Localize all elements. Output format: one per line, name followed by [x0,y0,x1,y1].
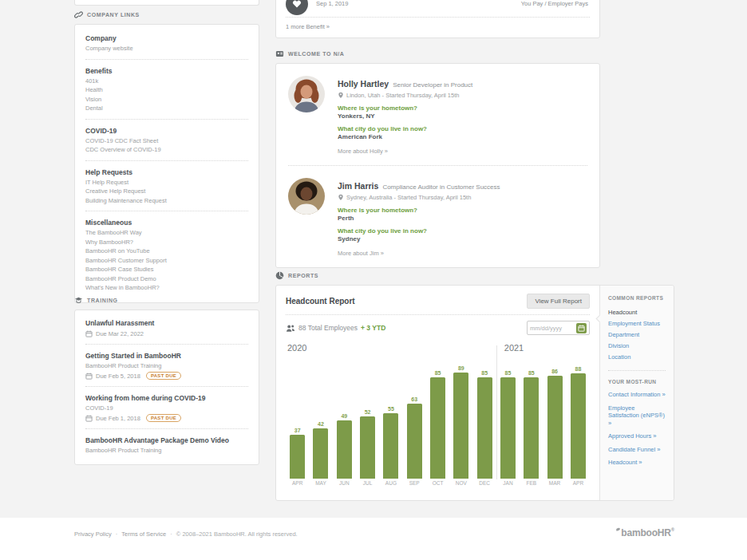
training-item-title[interactable]: Getting Started in BambooHR [85,351,248,361]
welcome-card: Holly HartleySenior Developer in Product… [275,63,600,268]
employee-avatar[interactable] [288,76,325,112]
employee-avatar[interactable] [288,178,325,215]
page: COMPANY LINKS CompanyCompany websiteBene… [0,0,747,560]
divider [85,428,248,429]
company-link[interactable]: The BambooHR Way [85,228,248,238]
company-link[interactable]: Company website [85,44,248,53]
employee-name[interactable]: Jim Harris [338,181,378,191]
bamboohr-logo: bambooHR® [616,527,674,538]
chart-months: APRMAYJUNJULAUGSEPOCTNOVDECJANFEBMARAPR [286,480,590,488]
x-axis-label: DEC [473,480,496,488]
employee-location: Lindon, Utah - Started Thursday, April 1… [338,92,472,99]
footer-text: Privacy Policy · Terms of Service · © 20… [74,530,298,538]
training-item-title[interactable]: Unlawful Harassment [85,318,248,329]
reports-card: Headcount Report View Full Report 88 Tot… [275,285,674,501]
employees-icon [286,324,295,333]
employee-name[interactable]: Holly Hartley [338,79,389,89]
employee-name-line: Jim HarrisCompliance Auditor in Customer… [338,178,500,192]
calendar-icon[interactable] [576,323,587,333]
training-due-date: Due Feb 1, 2018 [96,415,140,422]
x-axis-label: FEB [520,480,543,488]
footer-separator: · [170,530,172,538]
most-run-link[interactable]: Headcount » [608,459,666,467]
most-run-link[interactable]: Approved Hours » [608,432,666,440]
company-link[interactable]: COVID-19 CDC Fact Sheet [85,136,248,146]
more-benefits-link[interactable]: 1 more Benefit » [286,23,330,30]
chart-column: 37 [286,359,309,479]
company-link[interactable]: Why BambooHR? [85,238,248,247]
training-item: Working from home during COVID-19COVID-1… [85,393,248,422]
x-axis-label: SEP [403,480,426,488]
company-link[interactable]: Building Maintenance Request [85,196,248,206]
bar-value-label: 42 [318,421,324,427]
calendar-icon [85,330,93,337]
common-report-link[interactable]: Headcount [608,307,666,318]
company-link[interactable]: BambooHR Product Demo [85,274,248,284]
divider [608,370,666,371]
year-label-2020: 2020 [287,343,306,353]
company-link[interactable]: Creative Help Request [85,187,248,196]
company-link[interactable]: BambooHR Customer Support [85,256,248,266]
date-input[interactable] [530,325,576,332]
chart-bar [430,377,445,479]
common-report-link[interactable]: Division [608,341,666,352]
company-link[interactable]: Health [85,85,248,95]
benefit-card: Sep 1, 2019 You Pay / Employer Pays 1 mo… [275,0,600,38]
chart-bar [360,416,375,479]
common-report-link[interactable]: Location [608,352,666,363]
view-full-report-button[interactable]: View Full Report [527,294,590,309]
training-item: Getting Started in BambooHRBambooHR Prod… [85,351,248,380]
year-label-2021: 2021 [504,343,524,353]
chart-column: 63 [403,359,426,479]
company-link[interactable]: Dental [85,104,248,113]
terms-of-service-link[interactable]: Terms of Service [121,530,166,538]
past-due-badge: PAST DUE [146,414,181,422]
company-link[interactable]: IT Help Request [85,178,248,187]
training-item-title[interactable]: Working from home during COVID-19 [85,393,248,404]
bar-value-label: 52 [365,409,371,415]
graduation-cap-icon [74,296,83,305]
company-links-section-title: Benefits [85,65,248,77]
bar-value-label: 49 [341,413,347,419]
common-report-link[interactable]: Employment Status [608,318,666,329]
training-item: Unlawful HarassmentDue Mar 22, 2022 [85,318,248,337]
privacy-policy-link[interactable]: Privacy Policy [74,530,112,538]
employee-question: What city do you live in now? [338,227,500,235]
x-axis-label: JUN [333,480,356,488]
most-run-link[interactable]: Employee Satisfaction (eNPS®) » [608,404,666,428]
company-link[interactable]: BambooHR on YouTube [85,246,248,256]
reports-title: REPORTS [288,273,318,278]
employee-answer: Yonkers, NY [338,112,472,120]
leaf-icon [616,527,621,531]
company-links-section-title: Help Requests [85,167,248,178]
company-link[interactable]: What's New in BambooHR? [85,283,248,293]
most-run-link[interactable]: Contact Information » [608,391,666,399]
company-link[interactable]: CDC Overview of COVID-19 [85,145,248,155]
employee-row: Holly HartleySenior Developer in Product… [276,64,599,165]
past-due-badge: PAST DUE [146,372,181,380]
company-links-header: COMPANY LINKS [74,10,140,19]
date-picker[interactable] [527,321,590,335]
more-about-link[interactable]: More about Holly » [338,148,472,155]
bar-value-label: 37 [294,428,301,433]
chart-column: 85 [426,359,449,479]
training-item-title[interactable]: BambooHR Advantage Package Demo Video [85,436,248,446]
copyright-text: © 2008–2021 BambooHR. All rights reserve… [176,530,298,538]
report-card-title: Headcount Report [286,297,355,306]
chart-bar [453,373,468,479]
company-links-section-title: Company [85,33,248,44]
common-report-link[interactable]: Department [608,329,666,341]
employee-name-line: Holly HartleySenior Developer in Product [338,76,472,90]
training-item-subtitle: BambooHR Product Training [85,446,248,455]
company-link[interactable]: BambooHR Case Studies [85,265,248,274]
common-reports-rail: COMMON REPORTS HeadcountEmployment Statu… [599,286,674,500]
company-link[interactable]: 401k [85,77,248,86]
more-about-link[interactable]: More about Jim » [338,250,500,257]
most-run-link[interactable]: Candidate Funnel » [608,446,666,454]
divider [85,160,248,161]
company-link[interactable]: Vision [85,95,248,105]
chart-bar [547,376,563,479]
training-card: Unlawful HarassmentDue Mar 22, 2022Getti… [74,310,259,465]
ytd-label: + 3 YTD [361,324,385,332]
badge-photo-icon [275,49,284,58]
